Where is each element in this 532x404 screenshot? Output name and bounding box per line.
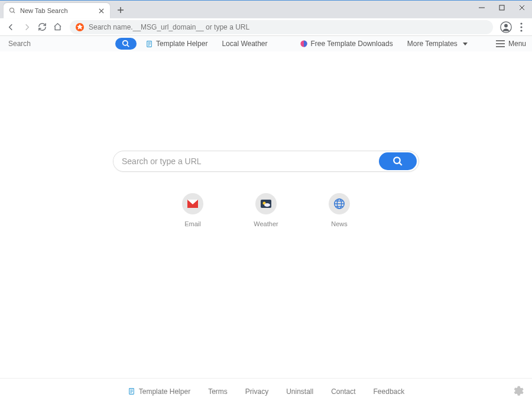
local-weather-link[interactable]: Local Weather	[222, 40, 267, 48]
shortcut-weather[interactable]: Weather	[245, 193, 287, 227]
window-minimize-button[interactable]	[472, 1, 492, 15]
free-templates-link[interactable]: Free Template Downloads	[300, 40, 393, 48]
svg-point-25	[394, 157, 400, 164]
ext-search-box[interactable]	[6, 38, 115, 50]
svg-line-26	[400, 163, 402, 165]
svg-point-11	[504, 24, 508, 27]
chevron-down-icon	[463, 43, 468, 45]
globe-icon	[329, 193, 350, 214]
svg-line-16	[127, 45, 129, 47]
svg-point-13	[520, 26, 522, 28]
template-helper-label: Template Helper	[156, 40, 207, 48]
tab-title: New Tab Search	[20, 7, 97, 14]
back-button[interactable]	[5, 21, 18, 34]
ext-search-input[interactable]	[6, 40, 115, 48]
search-icon	[8, 6, 17, 15]
ext-menu-label: Menu	[508, 40, 526, 48]
footer-contact-link[interactable]: Contact	[331, 387, 355, 396]
svg-point-14	[520, 30, 522, 31]
email-icon	[182, 193, 203, 214]
window-maximize-button[interactable]	[492, 1, 512, 15]
more-templates-dropdown[interactable]: More Templates	[407, 40, 468, 48]
more-templates-label: More Templates	[407, 40, 458, 48]
template-helper-link[interactable]: Template Helper	[145, 40, 207, 48]
site-favicon-icon	[76, 23, 84, 31]
window-titlebar: New Tab Search	[0, 1, 532, 18]
footer-terms-link[interactable]: Terms	[208, 387, 228, 396]
page-footer: Template Helper Terms Privacy Uninstall …	[0, 378, 532, 404]
forward-button[interactable]	[20, 21, 33, 34]
ext-menu-button[interactable]: Menu	[496, 40, 526, 48]
shortcut-email[interactable]: Email	[172, 193, 213, 227]
document-icon	[145, 40, 153, 48]
page-content: Email Weather News	[0, 51, 532, 378]
window-close-button[interactable]	[512, 1, 532, 15]
footer-link-label: Template Helper	[139, 387, 190, 396]
home-button[interactable]	[51, 21, 64, 34]
browser-menu-button[interactable]	[515, 20, 527, 34]
swirl-icon	[300, 40, 308, 48]
svg-line-1	[14, 12, 15, 14]
main-search-button[interactable]	[379, 152, 417, 170]
close-tab-icon[interactable]	[97, 6, 105, 15]
extension-toolbar: Template Helper Local Weather Free Templ…	[0, 36, 532, 52]
profile-button[interactable]	[499, 20, 513, 34]
free-templates-label: Free Template Downloads	[311, 40, 393, 48]
main-search-box[interactable]	[113, 151, 419, 172]
svg-point-0	[10, 8, 14, 12]
footer-privacy-link[interactable]: Privacy	[245, 387, 268, 396]
shortcut-label: News	[331, 220, 348, 227]
shortcut-label: Weather	[254, 220, 278, 227]
reload-button[interactable]	[35, 21, 48, 34]
browser-tab[interactable]: New Tab Search	[4, 3, 110, 18]
main-search-container	[113, 151, 419, 172]
footer-feedback-link[interactable]: Feedback	[374, 387, 405, 396]
footer-uninstall-link[interactable]: Uninstall	[286, 387, 313, 396]
shortcuts-row: Email Weather News	[172, 193, 360, 227]
footer-template-helper-link[interactable]: Template Helper	[128, 387, 190, 396]
svg-point-15	[123, 41, 128, 45]
svg-point-31	[264, 203, 270, 207]
svg-point-12	[520, 22, 522, 24]
local-weather-label: Local Weather	[222, 40, 267, 48]
document-icon	[128, 387, 135, 395]
svg-rect-7	[499, 5, 504, 10]
shortcut-label: Email	[184, 220, 201, 227]
address-bar	[0, 18, 532, 36]
weather-icon	[255, 193, 277, 214]
hamburger-icon	[496, 40, 505, 47]
shortcut-news[interactable]: News	[319, 193, 360, 227]
ext-search-button[interactable]	[115, 38, 137, 50]
settings-gear-button[interactable]	[512, 385, 524, 397]
main-search-input[interactable]	[113, 157, 379, 166]
omnibox-input[interactable]	[89, 23, 487, 31]
new-tab-button[interactable]	[116, 5, 125, 15]
window-controls	[472, 1, 532, 15]
omnibox[interactable]	[70, 20, 493, 34]
